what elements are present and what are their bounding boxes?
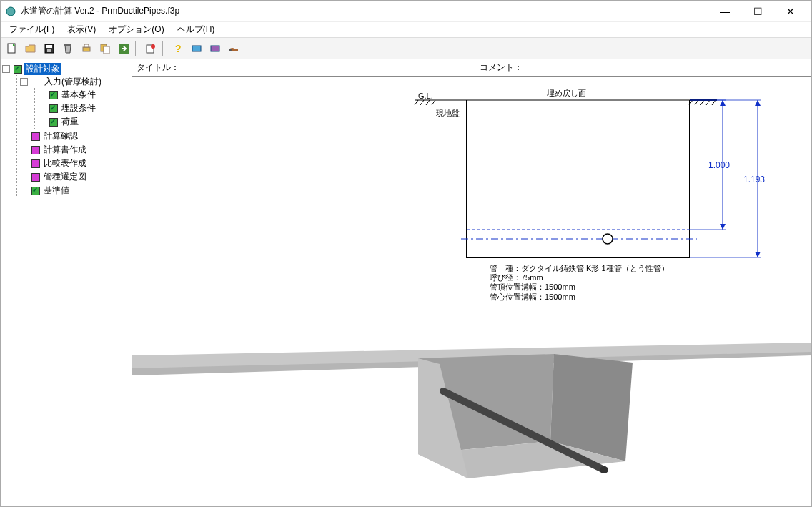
new-button[interactable] xyxy=(4,40,21,57)
checkbox-icon[interactable] xyxy=(31,132,40,141)
tree-label-calc[interactable]: 計算確認 xyxy=(42,130,79,142)
db3-button[interactable] xyxy=(225,40,242,57)
tree-label-load[interactable]: 荷重 xyxy=(60,116,80,128)
checkbox-icon[interactable] xyxy=(31,159,40,168)
menu-view[interactable]: 表示(V) xyxy=(61,22,102,37)
svg-point-36 xyxy=(600,466,608,473)
dimension-depth-1: 1.000 xyxy=(690,100,730,230)
tree-calc-check[interactable]: 計算確認 xyxy=(20,130,130,142)
checkbox-icon[interactable] xyxy=(31,173,40,182)
tree-label-standard[interactable]: 基準値 xyxy=(42,184,71,197)
dim-value-1: 1.000 xyxy=(708,160,730,170)
menu-file[interactable]: ファイル(F) xyxy=(4,22,60,37)
dim-value-2: 1.193 xyxy=(743,174,765,184)
tree-panel: – 設計対象 – 入力(管厚検討) 基本条件 埋設条件 xyxy=(1,59,132,506)
options-button[interactable] xyxy=(142,40,159,57)
dimension-depth-2: 1.193 xyxy=(690,100,765,257)
pipe-width1: 管頂位置溝幅：1500mm xyxy=(490,282,669,292)
header-title-label: タイトル： xyxy=(137,61,179,74)
titlebar: 水道管の計算 Ver.2 - PrmDuctilePipes.f3p ― ☐ ✕ xyxy=(1,1,811,22)
label-backfill: 埋め戻し面 xyxy=(546,89,586,97)
open-button[interactable] xyxy=(22,40,39,57)
label-ground: 現地盤 xyxy=(436,109,460,117)
tree-label-bury[interactable]: 埋設条件 xyxy=(60,102,97,114)
header-title: タイトル： xyxy=(132,59,475,76)
content-area: – 設計対象 – 入力(管厚検討) 基本条件 埋設条件 xyxy=(1,59,811,506)
pipe-width2: 管心位置溝幅：1500mm xyxy=(490,292,669,302)
svg-point-0 xyxy=(6,7,15,16)
tree-load[interactable]: 荷重 xyxy=(38,116,130,128)
tree-bury[interactable]: 埋設条件 xyxy=(38,102,130,114)
svg-rect-15 xyxy=(211,46,219,51)
tree-label-report[interactable]: 計算書作成 xyxy=(42,144,88,156)
tree-pipe-select[interactable]: 管種選定図 xyxy=(20,171,130,183)
checkbox-icon[interactable] xyxy=(31,187,40,195)
checkbox-icon[interactable] xyxy=(49,118,58,127)
tree-label-input[interactable]: 入力(管厚検討) xyxy=(43,76,103,88)
toolbar-separator xyxy=(135,41,139,56)
svg-rect-7 xyxy=(84,44,89,47)
collapse-icon[interactable]: – xyxy=(20,78,28,86)
print-button[interactable] xyxy=(78,40,95,57)
window-title: 水道管の計算 Ver.2 - PrmDuctilePipes.f3p xyxy=(21,5,708,17)
minimize-button[interactable]: ― xyxy=(708,1,741,21)
checkbox-icon[interactable] xyxy=(49,91,58,99)
tree-basic[interactable]: 基本条件 xyxy=(38,89,130,101)
collapse-icon[interactable]: – xyxy=(2,65,10,73)
svg-rect-14 xyxy=(192,46,201,51)
pipe-info-text: 管 種：ダクタイル鋳鉄管 K形 1種管（とう性管） 呼び径：75mm 管頂位置溝… xyxy=(490,264,669,302)
main-panel: タイトル： コメント： G.L. 埋め戻し面 現地盤 xyxy=(132,59,811,506)
menu-help[interactable]: ヘルプ(H) xyxy=(172,22,221,37)
run-button[interactable] xyxy=(115,40,132,57)
tree-label-compare[interactable]: 比較表作成 xyxy=(42,157,88,169)
tree-compare[interactable]: 比較表作成 xyxy=(20,157,130,169)
tree-report[interactable]: 計算書作成 xyxy=(20,144,130,156)
export-button[interactable] xyxy=(96,40,114,57)
tree-label-root[interactable]: 設計対象 xyxy=(24,63,61,75)
svg-rect-3 xyxy=(46,45,52,48)
menubar: ファイル(F) 表示(V) オプション(O) ヘルプ(H) xyxy=(1,22,811,38)
maximize-button[interactable]: ☐ xyxy=(741,1,774,21)
svg-rect-4 xyxy=(47,49,51,52)
label-gl: G.L. xyxy=(418,92,433,100)
tree-input[interactable]: – 入力(管厚検討) xyxy=(20,76,130,88)
svg-text:?: ? xyxy=(175,43,182,54)
tree-standard[interactable]: 基準値 xyxy=(20,184,130,197)
toolbar: ? xyxy=(1,38,811,59)
db2-button[interactable] xyxy=(207,40,224,57)
checkbox-icon[interactable] xyxy=(14,65,22,74)
svg-point-16 xyxy=(229,49,232,51)
help-button[interactable]: ? xyxy=(169,40,187,57)
header-comment-label: コメント： xyxy=(480,61,523,74)
tree-label-select[interactable]: 管種選定図 xyxy=(42,171,88,183)
pipe-diameter: 呼び径：75mm xyxy=(490,273,669,282)
delete-button[interactable] xyxy=(59,40,76,57)
close-button[interactable]: ✕ xyxy=(774,1,807,21)
tree-label-basic[interactable]: 基本条件 xyxy=(60,89,97,101)
checkbox-icon[interactable] xyxy=(49,104,58,113)
svg-point-22 xyxy=(603,234,613,244)
header-bar: タイトル： コメント： xyxy=(132,59,811,77)
svg-rect-6 xyxy=(83,47,90,51)
save-button[interactable] xyxy=(41,40,58,57)
header-comment: コメント： xyxy=(475,59,811,76)
svg-rect-9 xyxy=(104,46,109,54)
tree-root[interactable]: – 設計対象 xyxy=(2,63,130,75)
db1-button[interactable] xyxy=(188,40,205,57)
pipe-type: 管 種：ダクタイル鋳鉄管 K形 1種管（とう性管） xyxy=(490,264,669,273)
diagram-2d-pane[interactable]: G.L. 埋め戻し面 現地盤 xyxy=(132,77,811,312)
view-3d-pane[interactable] xyxy=(132,312,811,506)
toolbar-separator xyxy=(162,41,167,56)
view-3d-svg xyxy=(132,312,811,506)
diagram-2d-svg: G.L. 埋め戻し面 現地盤 xyxy=(132,77,811,312)
svg-rect-5 xyxy=(64,44,71,46)
app-icon xyxy=(5,6,16,17)
checkbox-icon[interactable] xyxy=(31,146,40,154)
menu-option[interactable]: オプション(O) xyxy=(103,22,169,37)
svg-point-12 xyxy=(151,44,155,49)
